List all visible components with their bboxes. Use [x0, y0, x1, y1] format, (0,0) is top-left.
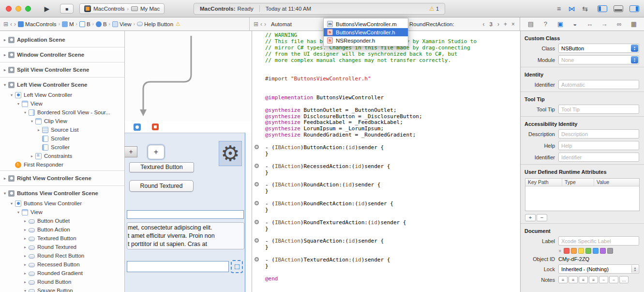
close-assistant-editor-button[interactable]: × — [511, 21, 515, 28]
code-line[interactable]: } — [252, 226, 520, 232]
code-line[interactable]: } — [252, 170, 520, 176]
disclosure-triangle[interactable]: ▸ — [2, 68, 8, 72]
canvas-view[interactable]: + + ⚙ Textured Button Round Textured met… — [125, 133, 245, 292]
connection-well-icon[interactable] — [255, 257, 259, 261]
code-line[interactable]: // more complex manual changes may not t… — [252, 58, 520, 64]
code-line[interactable]: @implementation ButtonsViewController — [252, 95, 520, 101]
outline-item-recessed-button[interactable]: ▸Recessed Button — [0, 260, 124, 269]
code-line[interactable]: - (IBAction)RoundTexturedAction:(id)send… — [252, 220, 520, 226]
label-color-swatch[interactable] — [600, 248, 606, 254]
notes-format-button-4[interactable]: ≡ — [589, 276, 598, 283]
notes-format-button-2[interactable]: ≡ — [569, 276, 578, 283]
navigator-panel-toggle-button[interactable] — [598, 5, 607, 12]
previous-counterpart-button[interactable]: ‹ — [483, 21, 485, 28]
code-line[interactable]: - (IBAction)RecessedAction:(id)sender { — [252, 164, 520, 170]
assistant-mode-segment[interactable]: Automat — [271, 21, 292, 27]
label-color-swatch[interactable] — [578, 248, 584, 254]
add-attribute-button[interactable]: + — [525, 214, 536, 221]
disclosure-triangle[interactable]: ▾ — [22, 289, 28, 292]
code-line[interactable]: - (IBAction)ButtonAction:(id)sender { — [252, 145, 520, 151]
dropdown-item-nsresponder-h[interactable]: hNSResponder.h — [324, 36, 408, 45]
outline-item-scroller[interactable]: Scroller — [0, 143, 124, 152]
outline-item-left-view-controller[interactable]: ▾Left View Controller — [0, 91, 124, 99]
outline-item-window-controller-scene[interactable]: ▸Window Controller Scene — [0, 49, 124, 61]
disclosure-triangle[interactable]: ▾ — [9, 93, 15, 97]
outline-item-view[interactable]: ▾View — [0, 208, 124, 216]
jumpbar-segment-b[interactable]: B — [96, 21, 107, 27]
lock-popup[interactable]: Inherited - (Nothing) ▲▼ — [558, 264, 639, 274]
dashed-placeholder-icon[interactable] — [231, 260, 243, 273]
dropdown-item-buttonsviewcontroller-m[interactable]: mButtonsViewController.m — [324, 20, 408, 28]
outline-item-button-action[interactable]: ▸Button Action — [0, 225, 124, 234]
code-line[interactable] — [252, 270, 520, 276]
description-field[interactable]: Description — [558, 129, 639, 138]
label-color-swatch[interactable] — [571, 248, 577, 254]
table-body[interactable] — [525, 186, 639, 211]
text-field[interactable] — [127, 210, 244, 219]
run-button[interactable]: ▶ — [42, 4, 52, 14]
disclosure-triangle[interactable]: ▸ — [29, 154, 35, 158]
outline-item-square-button[interactable]: ▾Square Button — [0, 286, 124, 292]
tool-tip-field[interactable]: Tool Tip — [558, 105, 639, 114]
notes-format-button-1[interactable]: ≡ — [558, 276, 568, 283]
assistant-editor-button[interactable]: ⋈ — [568, 5, 575, 13]
jumpbar-segment-help-button[interactable]: Help Button⚠ — [137, 21, 180, 27]
remove-attribute-button[interactable]: − — [537, 214, 547, 221]
outline-item-round-textured[interactable]: ▸Round Textured — [0, 243, 124, 251]
size-inspector-tab[interactable]: ↔ — [585, 20, 594, 28]
outline-item-constraints[interactable]: ▸Constraints — [0, 152, 124, 160]
disclosure-triangle[interactable]: ▾ — [15, 102, 21, 106]
connection-well-icon[interactable] — [255, 220, 259, 224]
code-line[interactable]: - (IBAction)RoundAction:(id)sender { — [252, 182, 520, 188]
code-line[interactable]: - (IBAction)RoundRectAction:(id)sender { — [252, 201, 520, 207]
module-combo-field[interactable]: None ▲▼ — [558, 55, 639, 64]
code-line[interactable]: } — [252, 245, 520, 251]
disclosure-triangle[interactable]: ▸ — [22, 262, 28, 267]
stop-button[interactable]: ■ — [60, 4, 74, 14]
disclosure-triangle[interactable]: ▸ — [22, 280, 28, 284]
disclosure-triangle[interactable]: ▸ — [22, 271, 28, 276]
code-line[interactable]: @synthesize RoundedGradient = _RoundedGr… — [252, 132, 520, 138]
connection-well-icon[interactable] — [255, 145, 259, 149]
outline-item-application-scene[interactable]: ▸Application Scene — [0, 34, 124, 46]
document-label-field[interactable]: Xcode Specific Label — [558, 236, 639, 246]
connection-well-icon[interactable] — [255, 182, 259, 186]
disclosure-triangle[interactable]: ▸ — [2, 176, 8, 181]
disclosure-triangle[interactable]: ▸ — [22, 245, 28, 249]
outline-item-view[interactable]: ▾View — [0, 99, 124, 108]
outline-item-button-outlet[interactable]: ▸Button Outlet — [0, 216, 124, 225]
code-line[interactable]: } — [252, 188, 520, 195]
jumpbar-segment-b[interactable]: B — [79, 21, 90, 27]
view-effects-inspector-tab[interactable]: ▦ — [629, 20, 638, 28]
no-color-button[interactable]: × — [558, 248, 561, 254]
help-field[interactable]: Help — [558, 141, 639, 150]
outline-item-clip-view[interactable]: ▾Clip View — [0, 117, 124, 125]
disclosure-triangle[interactable]: ▸ — [22, 219, 28, 223]
debug-area-panel-toggle-button[interactable] — [614, 5, 623, 12]
notes-format-button-3[interactable]: ≡ — [579, 276, 588, 283]
outline-item-bordered-scroll-view-sour[interactable]: ▾Bordered Scroll View - Sour... — [0, 108, 124, 117]
code-line[interactable]: - (IBAction)SquareAction:(id)sender { — [252, 238, 520, 245]
disclosure-triangle[interactable]: ▸ — [22, 228, 28, 232]
outline-item-buttons-view-controller[interactable]: ▾Buttons View Controller — [0, 199, 124, 208]
outline-item-source-list[interactable]: ▸Source List — [0, 125, 124, 134]
disclosure-triangle[interactable]: ▸ — [2, 38, 8, 42]
code-line[interactable]: } — [252, 151, 520, 157]
forward-button[interactable]: › — [264, 21, 266, 28]
standard-editor-button[interactable]: ≡ — [557, 5, 561, 13]
class-combo-field[interactable]: NSButton ▲▼ — [558, 44, 639, 53]
related-items-icon[interactable]: ⊞ — [3, 21, 8, 28]
label-color-swatch[interactable] — [564, 248, 569, 254]
connection-well-icon[interactable] — [255, 164, 259, 168]
utilities-panel-toggle-button[interactable] — [629, 5, 639, 12]
connection-well-icon[interactable] — [255, 238, 259, 243]
outline-item-round-button[interactable]: ▸Round Button — [0, 277, 124, 286]
connections-inspector-tab[interactable]: → — [600, 20, 609, 28]
back-button[interactable]: ‹ — [260, 21, 262, 28]
combo-chevrons-icon[interactable]: ▲▼ — [631, 45, 638, 52]
code-line[interactable]: } — [252, 207, 520, 214]
zoom-window-button[interactable] — [25, 6, 31, 12]
gradient-plus-button[interactable]: + — [125, 146, 137, 157]
version-editor-button[interactable]: ⇆ — [582, 5, 588, 13]
disclosure-triangle[interactable]: ▸ — [2, 53, 8, 57]
